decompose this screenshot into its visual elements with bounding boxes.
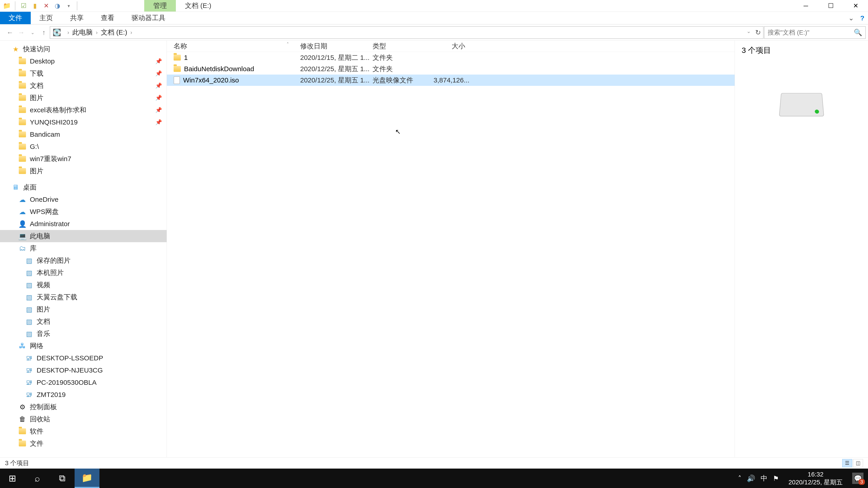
pin-icon: 📌 [155, 83, 162, 89]
sidebar-library-item[interactable]: ▧文档 [0, 315, 166, 328]
help-icon[interactable]: ? [857, 12, 868, 24]
volume-icon[interactable]: 🔊 [747, 475, 755, 482]
tree-files[interactable]: 文件 [0, 437, 166, 450]
contextual-tab-manage[interactable]: 管理 [144, 0, 176, 11]
sidebar-library-item[interactable]: ▧视频 [0, 279, 166, 291]
column-header-type[interactable]: 类型 [373, 41, 434, 51]
sidebar-network-item[interactable]: 🖳ZMT2019 [0, 389, 166, 401]
tree-label: 视频 [37, 281, 50, 290]
security-icon[interactable]: ⚑ [773, 475, 779, 482]
sidebar-network-item[interactable]: 🖳PC-20190530OBLA [0, 377, 166, 389]
chevron-right-icon[interactable]: › [67, 29, 69, 36]
tree-onedrive[interactable]: ☁OneDrive [0, 193, 166, 205]
sidebar-quick-item[interactable]: 文档📌 [0, 79, 166, 92]
view-icons-button[interactable]: ◫ [853, 459, 863, 467]
library-icon: 🗂 [18, 244, 27, 253]
file-row[interactable]: Win7x64_2020.iso2020/12/25, 星期五 1...光盘映像… [167, 74, 735, 86]
folder-icon [174, 55, 181, 61]
chevron-right-icon[interactable]: › [96, 29, 98, 36]
view-details-button[interactable]: ☰ [842, 459, 852, 467]
qat-separator [15, 1, 16, 10]
action-center-button[interactable]: 💬 [852, 473, 864, 484]
pin-icon: 📌 [155, 107, 162, 113]
sidebar-library-item[interactable]: ▧音乐 [0, 328, 166, 340]
tree-desktop-root[interactable]: 🖥桌面 [0, 181, 166, 193]
sidebar-library-item[interactable]: ▧保存的图片 [0, 254, 166, 267]
tree-wps[interactable]: ☁WPS网盘 [0, 205, 166, 218]
ribbon-collapse-icon[interactable]: ⌄ [845, 12, 857, 24]
sidebar-library-item[interactable]: ▧天翼云盘下载 [0, 291, 166, 303]
sidebar-quick-item[interactable]: Bandicam [0, 128, 166, 140]
start-button[interactable]: ⊞ [0, 468, 25, 488]
folder-icon [18, 57, 27, 66]
ribbon-tab-home[interactable]: 主页 [31, 12, 61, 24]
column-header-size[interactable]: 大小 [434, 41, 470, 51]
tree-control-panel[interactable]: ⚙控制面板 [0, 401, 166, 413]
ribbon-tab-share[interactable]: 共享 [61, 12, 92, 24]
up-button[interactable]: ↑ [38, 27, 49, 38]
qat-properties-icon[interactable]: ☑ [19, 1, 28, 10]
taskbar-search-icon[interactable]: ⌕ [25, 468, 50, 488]
recent-dropdown-icon[interactable]: ⌄ [27, 27, 38, 38]
column-header-date[interactable]: 修改日期 [300, 41, 373, 51]
sidebar-quick-item[interactable]: 图片 [0, 165, 166, 177]
ribbon-tab-drivetools[interactable]: 驱动器工具 [123, 12, 174, 24]
tray-overflow-icon[interactable]: ˄ [738, 475, 741, 482]
tree-user[interactable]: 👤Administrator [0, 218, 166, 230]
sidebar-library-item[interactable]: ▧图片 [0, 303, 166, 315]
breadcrumb-current[interactable]: 文档 (E:) [101, 28, 127, 37]
tree-network[interactable]: 🖧网络 [0, 340, 166, 352]
chevron-right-icon[interactable]: › [130, 29, 132, 36]
pin-icon: 📌 [155, 58, 162, 64]
sidebar-quick-item[interactable]: 下载📌 [0, 67, 166, 79]
back-button[interactable]: ← [4, 27, 16, 38]
navigation-pane[interactable]: ★快速访问 Desktop📌下载📌文档📌图片📌excel表格制作求和📌YUNQI… [0, 41, 167, 457]
forward-button[interactable]: → [16, 27, 27, 38]
sidebar-quick-item[interactable]: Desktop📌 [0, 55, 166, 67]
sidebar-network-item[interactable]: 🖳DESKTOP-NJEU3CG [0, 364, 166, 377]
task-view-button[interactable]: ⧉ [50, 468, 74, 488]
sidebar-quick-item[interactable]: excel表格制作求和📌 [0, 104, 166, 116]
tree-recycle[interactable]: 🗑回收站 [0, 413, 166, 425]
qat-rename-icon[interactable]: ◑ [53, 1, 62, 10]
library-item-icon: ▧ [25, 305, 33, 314]
ribbon-tab-view[interactable]: 查看 [92, 12, 123, 24]
file-list[interactable]: 12020/12/15, 星期二 1...文件夹BaiduNetdiskDown… [167, 52, 735, 457]
tree-quick-access[interactable]: ★快速访问 [0, 43, 166, 55]
taskbar-app-explorer[interactable]: 📁 [74, 468, 99, 488]
tree-this-pc[interactable]: 💻此电脑 [0, 230, 166, 242]
breadcrumb-root[interactable]: 此电脑 [72, 28, 93, 37]
window-title: 文档 (E:) [176, 0, 220, 11]
search-input[interactable] [768, 29, 851, 36]
sidebar-library-item[interactable]: ▧本机照片 [0, 267, 166, 279]
tree-label: 回收站 [30, 415, 50, 424]
search-icon[interactable]: 🔍 [854, 29, 862, 36]
close-button[interactable]: ✕ [843, 0, 868, 12]
tree-software[interactable]: 软件 [0, 425, 166, 437]
maximize-button[interactable]: ☐ [818, 0, 843, 12]
tree-libraries[interactable]: 🗂库 [0, 242, 166, 254]
details-pane-title: 3 个项目 [742, 45, 771, 56]
ime-indicator[interactable]: 中 [761, 474, 767, 483]
sidebar-quick-item[interactable]: YUNQISHI2019📌 [0, 116, 166, 128]
search-box[interactable]: 🔍 [764, 26, 866, 39]
file-row[interactable]: 12020/12/15, 星期二 1...文件夹 [167, 52, 735, 63]
qat-dropdown-icon[interactable]: ▾ [64, 1, 73, 10]
column-header-name[interactable]: 名称˄ [167, 41, 300, 51]
ribbon-tab-file[interactable]: 文件 [0, 12, 31, 24]
sidebar-network-item[interactable]: 🖳DESKTOP-LSSOEDP [0, 352, 166, 364]
minimize-button[interactable]: ─ [794, 0, 818, 12]
file-row[interactable]: BaiduNetdiskDownload2020/12/25, 星期五 1...… [167, 63, 735, 74]
refresh-icon[interactable]: ↻ [755, 29, 761, 36]
taskbar-clock[interactable]: 16:32 2020/12/25, 星期五 [784, 470, 847, 486]
sidebar-quick-item[interactable]: win7重装win7 [0, 153, 166, 165]
qat-newfolder-icon[interactable]: ▮ [30, 1, 39, 10]
sidebar-quick-item[interactable]: G:\ [0, 140, 166, 153]
qat-delete-icon[interactable]: ✕ [41, 1, 51, 10]
address-bar[interactable]: 💽 › 此电脑 › 文档 (E:) › ⌄ ↻ [50, 26, 764, 39]
tree-label: Bandicam [30, 131, 60, 138]
address-dropdown-icon[interactable]: ⌄ [747, 29, 751, 36]
status-bar: 3 个项目 ☰ ◫ [0, 457, 868, 468]
sidebar-quick-item[interactable]: 图片📌 [0, 92, 166, 104]
library-item-icon: ▧ [25, 268, 33, 277]
